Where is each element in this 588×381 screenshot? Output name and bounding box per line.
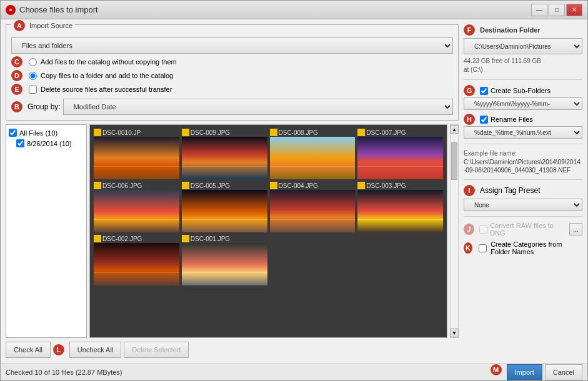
thumb-item[interactable]: DSC-006.JPG: [94, 182, 179, 232]
badge-h: H: [464, 114, 475, 125]
subfolder-pattern-select[interactable]: %yyyy\%mm\%yyyy-%mm-: [464, 97, 582, 110]
delete-selected-button[interactable]: Delete Selected: [124, 342, 189, 358]
thumb-label: DSC-006.JPG: [94, 182, 179, 189]
destination-section: F Destination Folder C:\Users\Daminion\P…: [464, 24, 582, 74]
options-section: C Add files to the catalog without copyi…: [11, 56, 453, 95]
thumb-image: [182, 243, 267, 285]
minimize-button[interactable]: —: [531, 4, 547, 16]
badge-f: F: [464, 24, 475, 36]
disk-at: at (C:\): [464, 66, 483, 73]
divider-4: [464, 216, 582, 217]
radio-copy-row: D Copy files to a folder and add to the …: [11, 70, 453, 81]
titlebar: Choose files to import — □ ✕: [1, 1, 587, 19]
badge-g: G: [464, 85, 475, 96]
badge-c: C: [11, 56, 22, 67]
window-title: Choose files to import: [19, 5, 98, 14]
source-row: Files and folders Camera/Card Reader Sca…: [11, 37, 453, 54]
restore-button[interactable]: □: [549, 4, 565, 16]
checkbox-delete-label: Delete source files after successful tra…: [41, 86, 172, 93]
tree-checkbox-date[interactable]: [16, 139, 24, 147]
assign-tag-select[interactable]: None Default Custom: [464, 199, 582, 211]
import-button[interactable]: Import: [507, 364, 542, 380]
import-source-box: A Import Source Files and folders Camera…: [6, 24, 459, 121]
radio-no-copy-row: C Add files to the catalog without copyi…: [11, 56, 453, 67]
import-source-title: A Import Source: [11, 20, 75, 31]
left-panel: A Import Source Files and folders Camera…: [6, 24, 459, 358]
create-categories-checkbox[interactable]: [479, 244, 487, 252]
thumb-checkbox-indicator: [94, 235, 101, 242]
thumb-label: DSC-004.JPG: [270, 182, 356, 189]
main-content: A Import Source Files and folders Camera…: [1, 19, 587, 363]
cancel-button[interactable]: Cancel: [545, 364, 582, 380]
divider-1: [464, 79, 582, 80]
thumb-item[interactable]: DSC-007.JPG: [357, 129, 443, 179]
thumb-filename: DSC-004.JPG: [279, 182, 318, 189]
window-controls: — □ ✕: [531, 4, 582, 16]
thumb-item[interactable]: DSC-001.JPG: [182, 235, 267, 285]
thumb-label: DSC-002.JPG: [94, 235, 179, 242]
thumb-label: DSC-008.JPG: [270, 129, 356, 136]
thumb-item[interactable]: DSC-004.JPG: [270, 182, 356, 232]
badge-m: M: [491, 364, 502, 375]
thumb-item[interactable]: DSC-003.JPG: [357, 182, 443, 232]
thumb-item[interactable]: DSC-008.JPG: [270, 129, 356, 179]
thumb-image: [94, 190, 179, 232]
convert-raw-row: J Convert RAW files to DNG ...: [464, 222, 582, 237]
file-browser-area: All Files (10) 8/26/2014 (10) DSC-0010.J…: [6, 124, 459, 338]
group-by-row: B Group by: Modified Date Created Date F…: [11, 99, 453, 115]
radio-copy[interactable]: [29, 72, 37, 80]
rename-pattern-select[interactable]: %date_%time_%inum.%ext: [464, 126, 582, 139]
badge-k: K: [464, 242, 472, 254]
tree-checkbox-all[interactable]: [9, 129, 17, 137]
thumb-label: DSC-001.JPG: [182, 235, 267, 242]
scroll-up-btn[interactable]: ▲: [450, 125, 459, 134]
radio-copy-label: Copy files to a folder and add to the ca…: [41, 72, 173, 79]
app-icon: [6, 5, 16, 15]
thumb-filename: DSC-005.JPG: [191, 182, 230, 189]
thumb-checkbox-indicator: [94, 129, 101, 136]
tree-item-date[interactable]: 8/26/2014 (10): [9, 138, 84, 149]
thumb-item[interactable]: DSC-0010.JP: [94, 129, 179, 179]
scroll-down-btn[interactable]: ▼: [450, 329, 459, 337]
check-all-button[interactable]: Check All: [6, 342, 51, 358]
badge-l: L: [53, 344, 64, 355]
thumb-checkbox-indicator: [357, 129, 365, 136]
group-by-select[interactable]: Modified Date Created Date File Type Non…: [63, 99, 453, 115]
thumb-image: [357, 190, 443, 232]
file-grid: DSC-0010.JPDSC-009.JPGDSC-008.JPGDSC-007…: [89, 124, 447, 338]
thumb-item[interactable]: DSC-009.JPG: [182, 129, 267, 179]
right-panel: F Destination Folder C:\Users\Daminion\P…: [464, 24, 582, 358]
convert-raw-ellipsis-button[interactable]: ...: [569, 223, 582, 235]
status-bar: Checked 10 of 10 files (22.87 MBytes) M …: [1, 363, 587, 380]
thumb-filename: DSC-006.JPG: [102, 182, 142, 189]
thumb-item[interactable]: DSC-002.JPG: [94, 235, 179, 285]
thumb-filename: DSC-003.JPG: [366, 182, 406, 189]
checkbox-delete[interactable]: [29, 86, 37, 94]
badge-i: I: [464, 185, 475, 196]
dest-path-row: C:\Users\Daminion\Pictures: [464, 38, 582, 54]
badge-b: B: [11, 101, 22, 112]
divider-2: [464, 144, 582, 144]
thumb-image: [357, 137, 443, 179]
tree-item-all[interactable]: All Files (10): [9, 127, 84, 138]
thumb-label: DSC-0010.JP: [94, 129, 179, 136]
rename-files-checkbox[interactable]: [480, 116, 488, 124]
radio-no-copy[interactable]: [29, 58, 37, 66]
thumb-image: [182, 137, 267, 179]
create-subfolders-checkbox[interactable]: [480, 87, 488, 95]
convert-raw-checkbox: [479, 225, 487, 234]
thumb-item[interactable]: DSC-005.JPG: [182, 182, 267, 232]
thumb-image: [94, 243, 179, 285]
example-path: C:\Users\Daminion\Pictures\2014\09\2014-…: [464, 158, 582, 174]
scrollbar[interactable]: ▲ ▼: [450, 124, 459, 338]
scrollbar-thumb[interactable]: [451, 142, 457, 180]
uncheck-all-button[interactable]: Uncheck All: [69, 342, 121, 358]
thumb-label: DSC-005.JPG: [182, 182, 267, 189]
badge-d: D: [11, 70, 22, 81]
thumb-checkbox-indicator: [270, 129, 277, 136]
close-button[interactable]: ✕: [566, 4, 582, 16]
thumb-label: DSC-003.JPG: [357, 182, 443, 189]
dest-path-select[interactable]: C:\Users\Daminion\Pictures: [464, 38, 582, 54]
source-select[interactable]: Files and folders Camera/Card Reader Sca…: [11, 37, 453, 54]
subfolder-group: G Create Sub-Folders %yyyy\%mm\%yyyy-%mm…: [464, 85, 582, 110]
